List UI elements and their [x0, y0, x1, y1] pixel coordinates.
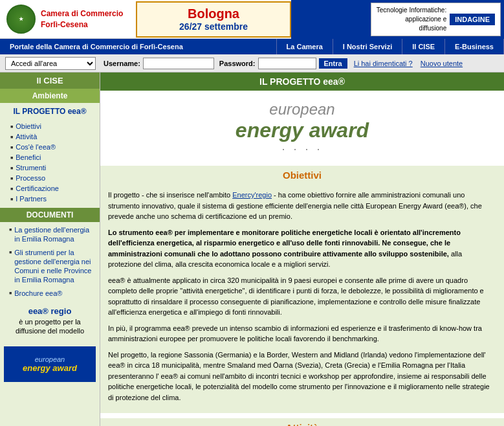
- navbar: Portale della Camera di Commercio di For…: [0, 39, 504, 54]
- loginbar: Accedi all'area Username: Password: Entr…: [0, 54, 504, 73]
- banner-right-text: Tecnologie Informatiche:applicazione edi…: [377, 6, 446, 33]
- sidebar-project-label[interactable]: IL PROGETTO eea®: [0, 103, 100, 120]
- attivita-section: Attività Le attività che dovranno essere…: [100, 418, 504, 426]
- password-input[interactable]: [258, 58, 316, 69]
- sidebar-item-obiettivi[interactable]: Obiettivi: [0, 121, 100, 131]
- nav-item-servizi[interactable]: I Nostri Servizi: [333, 39, 402, 54]
- sidebar-regio-desc: è un progetto per la diffusione del mode…: [4, 317, 96, 336]
- logo-text: Camera di Commercio Forlì-Cesena: [41, 8, 123, 30]
- sidebar-title: Il CISE: [0, 73, 100, 89]
- sidebar-item-benefici[interactable]: Benefici: [0, 152, 100, 163]
- obiettivi-para1: Il progetto - che si inserisce nell'ambi…: [108, 190, 496, 222]
- username-input[interactable]: [143, 58, 214, 69]
- logo-icon: ★: [6, 5, 36, 34]
- sidebar: Il CISE Ambiente IL PROGETTO eea® Obiett…: [0, 73, 100, 426]
- forgot-link[interactable]: Li hai dimenticati ?: [354, 60, 413, 67]
- nav-item-portale[interactable]: Portale della Camera di Commercio di For…: [0, 39, 277, 54]
- eea-logo-area: european energy award · · · ·: [100, 91, 504, 166]
- sidebar-item-coseea[interactable]: Cos'è l'eea®: [0, 142, 100, 152]
- nav-item-cise[interactable]: Il CISE: [402, 39, 445, 54]
- password-label: Password:: [219, 60, 256, 67]
- nav-item-camera[interactable]: La Camera: [277, 39, 333, 54]
- sidebar-logo: european energy award: [4, 346, 96, 382]
- sidebar-menu: Obiettivi Attività Cos'è l'eea® Benefici…: [0, 120, 100, 205]
- new-user-link[interactable]: Nuovo utente: [421, 60, 463, 67]
- sidebar-doc-title: DOCUMENTI: [0, 208, 100, 222]
- banner-right: Tecnologie Informatiche:applicazione edi…: [291, 0, 504, 39]
- sidebar-regio-title: eea® regio: [4, 306, 96, 316]
- logo-area: ★ Camera di Commercio Forlì-Cesena: [0, 1, 136, 37]
- obiettivi-content: Il progetto - che si inserisce nell'ambi…: [100, 185, 504, 413]
- area-select[interactable]: Accedi all'area: [5, 57, 96, 70]
- sidebar-item-attivita[interactable]: Attività: [0, 131, 100, 142]
- username-label: Username:: [104, 60, 140, 67]
- sidebar-item-processo[interactable]: Processo: [0, 173, 100, 183]
- main: Il CISE Ambiente IL PROGETTO eea® Obiett…: [0, 73, 504, 426]
- attivita-title: Attività: [100, 418, 504, 426]
- sidebar-item-partners[interactable]: I Partners: [0, 194, 100, 204]
- banner-right-inner: Tecnologie Informatiche:applicazione edi…: [371, 3, 501, 36]
- indagine-button[interactable]: INDAGINE: [450, 14, 495, 25]
- sidebar-logo-text1: european: [35, 355, 65, 363]
- obiettivi-para4: In più, il programma eea® prevede un int…: [108, 323, 496, 344]
- obiettivi-para2: Lo strumento eea® per implementare e mon…: [108, 227, 496, 270]
- nav-item-ebusiness[interactable]: E-Business: [445, 39, 504, 54]
- banner-date: 26/27 settembre: [179, 21, 248, 32]
- eea-logo-dots: · · · ·: [236, 142, 369, 156]
- eea-logo-line1: european: [236, 100, 369, 118]
- sidebar-docs: La gestione dell'energia in Emilia Romag…: [0, 222, 100, 301]
- sidebar-section: Ambiente: [0, 89, 100, 103]
- eea-logo-line2: energy award: [236, 118, 369, 142]
- sidebar-item-strumenti[interactable]: Strumenti: [0, 163, 100, 173]
- obiettivi-section: Obiettivi Il progetto - che si inserisce…: [100, 166, 504, 413]
- header: ★ Camera di Commercio Forlì-Cesena Bolog…: [0, 0, 504, 39]
- page-title: IL PROGETTO eea®: [100, 73, 504, 91]
- eea-logo: european energy award · · · ·: [236, 100, 369, 156]
- obiettivi-para5: Nel progetto, la regione Sassonia (Germa…: [108, 350, 496, 403]
- sidebar-item-certificazione[interactable]: Certificazione: [0, 183, 100, 194]
- banner-city: Bologna: [188, 6, 239, 21]
- sidebar-regio: eea® regio è un progetto per la diffusio…: [0, 301, 100, 341]
- obiettivi-para3: eea® è attualmente applicato in circa 32…: [108, 275, 496, 318]
- entra-button[interactable]: Entra: [319, 58, 347, 69]
- enercy-link[interactable]: Enercy'regio: [232, 191, 272, 199]
- sidebar-doc-brochure[interactable]: Brochure eea®: [0, 287, 100, 300]
- banner-center: Bologna 26/27 settembre: [136, 1, 291, 38]
- obiettivi-title: Obiettivi: [100, 166, 504, 185]
- sidebar-doc-strumenti[interactable]: Gli strumenti per la gestione dell'energ…: [0, 246, 100, 287]
- content: IL PROGETTO eea® european energy award ·…: [100, 73, 504, 426]
- sidebar-logo-text2: energy award: [23, 363, 77, 373]
- sidebar-doc-gestione[interactable]: La gestione dell'energia in Emilia Romag…: [0, 223, 100, 246]
